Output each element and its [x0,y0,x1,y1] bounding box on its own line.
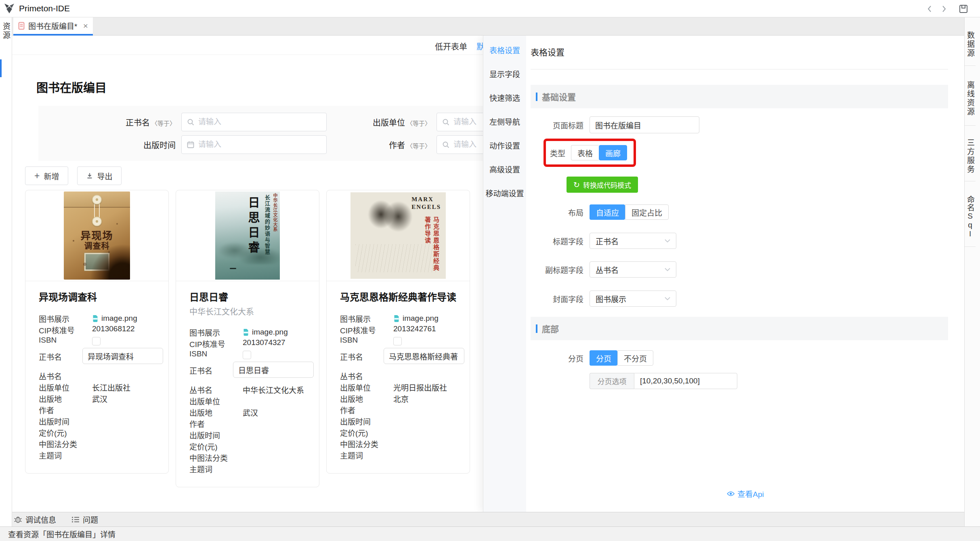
active-resource-indicator [0,59,2,77]
editor-tabbar: 图书在版编目* × [12,17,964,36]
cip-value: 2013068122 [92,324,135,333]
book-cover-image: 异现场 调查科 [25,190,168,281]
export-button[interactable]: 导出 [77,166,122,185]
book-name-inline-input[interactable] [233,362,314,378]
isbn-checkbox[interactable] [393,337,402,345]
pub-time-input[interactable] [181,135,327,154]
pagination-option-paged[interactable]: 分页 [590,350,617,366]
sidebar-item-resources[interactable]: 资源 [0,22,11,40]
layout-option-adaptive[interactable]: 自适应 [590,204,625,220]
isbn-checkbox[interactable] [243,351,251,359]
isbn-checkbox[interactable] [92,337,101,345]
search-icon [442,118,449,126]
book-cover-image: 中华长江文化大系 长江流域的妙语与智慧 日思日睿 [176,190,319,281]
type-option-gallery[interactable]: 画廊 [599,145,627,160]
pagination-option-unpaged[interactable]: 不分页 [617,350,653,366]
nav-back-icon[interactable] [927,5,932,13]
tab-lowcode-form[interactable]: 低开表单 [435,40,467,52]
problems-button[interactable]: 问题 [71,514,98,525]
debug-info-button[interactable]: 调试信息 [14,514,56,525]
settings-tab-advanced[interactable]: 高级设置 [483,157,526,181]
field-label: 图书展示 [39,313,92,324]
settings-tab-quick-filter[interactable]: 快速筛选 [483,86,526,109]
image-file-icon [393,315,400,322]
cover-field-row: 封面字段 图书展示 [531,290,948,307]
type-label: 类型 [550,147,565,158]
add-button[interactable]: + 新增 [25,166,68,185]
search-icon [187,118,194,126]
view-api-link[interactable]: 查看Api [726,488,764,499]
page-options-group: 分页选项 [10,20,30,50,100] [590,373,737,389]
pagination-row: 分页 分页 不分页 [531,350,948,366]
file-value[interactable]: image.png [92,313,137,323]
document-icon [18,22,25,30]
right-panel-strip: 数据源 离线资源 三方服务 命名Sql [964,17,980,526]
card-subtitle: 中华长江文化大系 [189,305,313,317]
subtitle-field-select[interactable]: 丛书名 [590,261,676,278]
subtitle-field-row: 副标题字段 丛书名 [531,261,948,278]
sidebar-item-datasource[interactable]: 数据源 [965,17,976,66]
image-file-icon [92,315,99,322]
sidebar-item-named-sql[interactable]: 命名Sql [965,181,976,247]
cip-value: 2013074327 [243,338,285,347]
cover-field-select[interactable]: 图书展示 [590,290,676,307]
card-title: 日思日睿 [189,289,313,303]
type-segmented-control: 表格 画廊 [571,145,627,160]
tab-title: 图书在版编目* [28,20,77,31]
layout-row: 布局 自适应 固定占比 [531,204,948,220]
field-label: 图书展示 [340,313,393,324]
book-name-input[interactable] [181,113,327,131]
sidebar-item-offline-resources[interactable]: 离线资源 [965,66,976,126]
left-panel-strip: 资源 [0,17,12,526]
book-name-field[interactable] [198,118,321,126]
section-accent-bar [536,324,537,333]
chevron-down-icon [665,239,670,243]
field-label-publisher: 出版单位〈等于〉 [327,116,431,128]
app-title: Primeton-IDE [19,4,70,13]
title-field-row: 标题字段 正书名 [531,233,948,249]
annotation-red-box: 类型 表格 画廊 [544,139,636,167]
calendar-icon [187,141,194,148]
settings-tab-display-fields[interactable]: 显示字段 [483,62,526,86]
bug-icon [14,515,22,524]
nav-forward-icon[interactable] [942,5,946,13]
page-title-input[interactable] [590,116,699,133]
page-options-value[interactable]: [10,20,30,50,100] [634,373,737,389]
convert-to-code-button[interactable]: ↻ 转换成代码模式 [567,177,638,193]
tab-close-icon[interactable]: × [83,21,88,30]
settings-content: 表格设置 基础设置 页面标题 类型 表格 画廊 ↻ 转换成代码 [526,36,964,512]
book-name-inline-input[interactable] [82,348,163,364]
sidebar-item-thirdparty-services[interactable]: 三方服务 [965,126,976,181]
pub-time-field[interactable] [198,140,321,149]
book-card[interactable]: 中华长江文化大系 长江流域的妙语与智慧 日思日睿 日思日睿 中华长江文化大系 图… [176,190,319,487]
section-bottom: 底部 [531,317,948,340]
image-file-icon [243,328,249,336]
settings-tab-table[interactable]: 表格设置 [483,38,526,62]
book-card[interactable]: MARXENGELS 马克思恩格斯经典著作导读 马克思恩格斯经典著作导读 图书展… [326,190,470,474]
settings-tab-left-nav[interactable]: 左侧导航 [483,109,526,133]
type-option-table[interactable]: 表格 [571,145,599,160]
cip-value: 2013242761 [393,324,436,333]
divider [531,69,948,69]
eye-icon [726,491,734,497]
status-bar: 查看资源「图书在版编目」详情 [0,526,980,541]
settings-tab-mobile[interactable]: 移动端设置 [483,181,526,205]
settings-tab-actions[interactable]: 动作设置 [483,133,526,157]
page-options-label: 分页选项 [590,373,634,389]
primeton-ide-window: Primeton-IDE 资源 [0,0,980,541]
file-value[interactable]: image.png [393,313,439,323]
file-value[interactable]: image.png [243,327,288,337]
book-name-inline-input[interactable] [384,348,464,364]
field-label-pub-time: 出版时间 [38,139,176,151]
layout-segmented-control: 自适应 固定占比 [590,204,669,220]
title-field-select[interactable]: 正书名 [590,233,676,249]
layout-option-fixed[interactable]: 固定占比 [625,204,669,220]
save-icon[interactable] [959,4,968,14]
card-title: 异现场调查科 [39,289,162,303]
status-text: 查看资源「图书在版编目」详情 [8,528,115,539]
download-icon [86,173,93,179]
settings-title: 表格设置 [531,46,948,58]
tab-book-cip[interactable]: 图书在版编目* × [13,17,93,36]
card-title: 马克思恩格斯经典著作导读 [340,289,463,303]
book-card[interactable]: 异现场 调查科 异现场调查科 图书展示 [25,190,169,474]
